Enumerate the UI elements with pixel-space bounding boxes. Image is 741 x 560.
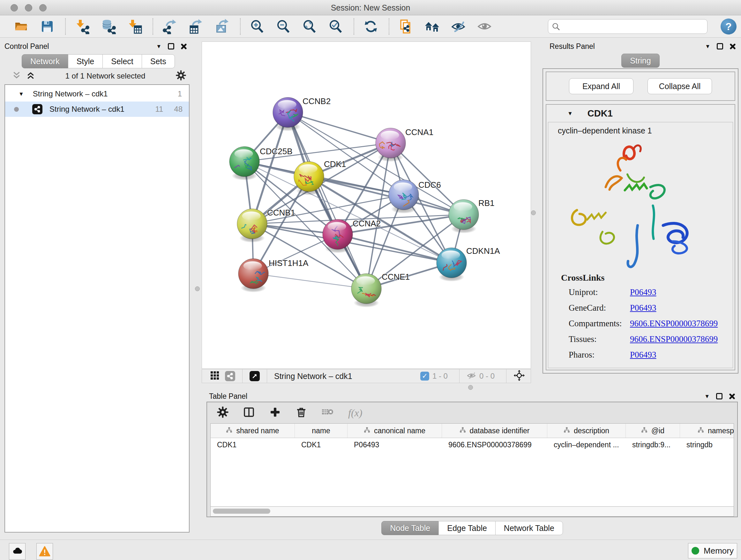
memory-button[interactable]: Memory (688, 543, 737, 558)
open-in-new-window-icon[interactable] (250, 371, 260, 381)
network-node-RB1[interactable] (449, 199, 479, 233)
tab-select[interactable]: Select (103, 54, 142, 68)
expand-all-button[interactable]: Expand All (569, 78, 633, 94)
network-node-CCNB2[interactable] (273, 98, 303, 131)
table-panel-title: Table Panel (209, 392, 247, 401)
bottom-splitter-handle[interactable] (468, 385, 473, 390)
network-row-label: String Network – cdk1 (50, 105, 125, 114)
table-cell[interactable]: stringdb:9... (626, 438, 680, 451)
table-row[interactable]: CDK1CDK1P064939606.ENSP00000378699cyclin… (211, 438, 734, 451)
export-network-icon[interactable] (161, 18, 178, 35)
crosslink-link[interactable]: P06493 (630, 303, 657, 313)
clone-network-icon[interactable] (398, 18, 414, 35)
panel-collapse-icon[interactable]: ▼ (704, 394, 710, 399)
tab-network[interactable]: Network (22, 54, 68, 68)
network-view-canvas[interactable]: CCNB2CCNA1CDC25BCDK1CDC6RB1CCNB1CCNA2CDK… (202, 42, 531, 369)
search-input[interactable] (548, 19, 708, 34)
column-header-namespace[interactable]: namespace (680, 424, 734, 438)
network-node-HIST1H1A[interactable] (239, 259, 268, 293)
pan-crosshair-icon[interactable] (514, 370, 525, 382)
right-splitter-handle[interactable] (531, 210, 536, 215)
network-node-CDC6[interactable] (389, 180, 419, 213)
table-cell[interactable]: CDK1 (211, 438, 295, 451)
string-network-graph[interactable]: CCNB2CCNA1CDC25BCDK1CDC6RB1CCNB1CCNA2CDK… (202, 42, 531, 368)
scrollbar-thumb[interactable] (213, 509, 270, 514)
zoom-in-icon[interactable] (249, 18, 266, 35)
tab-node-table[interactable]: Node Table (381, 521, 439, 535)
column-header-canonical-name[interactable]: canonical name (347, 424, 442, 438)
table-cell[interactable]: stringdb (680, 438, 734, 451)
add-column-icon[interactable] (269, 406, 281, 420)
import-database-icon[interactable] (100, 18, 117, 35)
tree-expand-icon[interactable]: ▼ (18, 91, 24, 97)
tab-string[interactable]: String (621, 54, 659, 68)
panel-close-icon[interactable] (729, 393, 735, 399)
network-node-CCNE1[interactable] (351, 273, 381, 307)
crosslink-link[interactable]: P06493 (630, 287, 657, 297)
expand-all-chevron-icon[interactable] (12, 71, 21, 81)
panel-close-icon[interactable] (181, 43, 187, 50)
panel-close-icon[interactable] (730, 43, 736, 50)
left-splitter-handle[interactable] (195, 287, 200, 291)
show-columns-icon[interactable] (243, 406, 255, 420)
warning-status-button[interactable] (37, 543, 53, 560)
crosslink-link[interactable]: 9606.ENSP00000378699 (630, 334, 718, 344)
zoom-selected-icon[interactable] (327, 18, 344, 35)
export-image-icon[interactable] (214, 18, 230, 35)
tab-sets[interactable]: Sets (142, 54, 175, 68)
network-share-icon[interactable] (225, 371, 235, 381)
open-session-icon[interactable] (13, 18, 29, 35)
import-table-icon[interactable] (126, 18, 143, 35)
network-node-CCNA1[interactable] (376, 128, 406, 162)
panel-float-icon[interactable] (168, 43, 174, 50)
crosslink-link[interactable]: 9606.ENSP00000378699 (630, 319, 718, 328)
column-header-id[interactable]: @id (626, 424, 680, 438)
import-network-icon[interactable] (74, 18, 91, 35)
table-cell[interactable]: 9606.ENSP00000378699 (442, 438, 547, 451)
section-collapse-icon[interactable]: ▼ (567, 111, 573, 116)
panel-collapse-icon[interactable]: ▼ (156, 44, 161, 49)
network-node-CCNB1[interactable] (235, 209, 267, 243)
tab-edge-table[interactable]: Edge Table (439, 521, 495, 535)
network-node-CDK1[interactable] (294, 162, 324, 195)
network-collection-row[interactable]: ▼ String Network – cdk1 1 (5, 86, 189, 102)
network-node-CDC25B[interactable] (229, 146, 259, 180)
column-header-shared-name[interactable]: shared name (211, 424, 295, 438)
table-cell[interactable]: P06493 (347, 438, 442, 451)
network-node-CDKN1A[interactable] (436, 248, 467, 282)
table-gear-icon[interactable] (217, 406, 229, 420)
string-home-icon[interactable] (424, 18, 441, 35)
network-node-CCNA2[interactable] (323, 219, 353, 253)
network-row-selected[interactable]: String Network – cdk1 11 48 (5, 102, 189, 117)
tab-network-table[interactable]: Network Table (495, 521, 563, 535)
panel-float-icon[interactable] (717, 43, 723, 50)
column-header-database-identifier[interactable]: database identifier (442, 424, 547, 438)
column-header-name[interactable]: name (295, 424, 347, 438)
collapse-all-button[interactable]: Collapse All (648, 78, 712, 94)
collapse-all-chevron-icon[interactable] (26, 71, 35, 81)
export-table-icon[interactable] (188, 18, 204, 35)
table-cell[interactable]: cyclin–dependent ... (547, 438, 626, 451)
refresh-icon[interactable] (362, 18, 379, 35)
selected-nodes-checkbox[interactable]: ✓ (420, 372, 429, 381)
help-button[interactable]: ? (721, 18, 737, 35)
column-header-description[interactable]: description (547, 424, 626, 438)
grid-view-icon[interactable] (210, 371, 219, 381)
birds-eye-view-icon[interactable] (476, 18, 493, 35)
table-horizontal-scrollbar[interactable] (210, 507, 734, 516)
cloud-status-button[interactable] (9, 543, 25, 560)
delete-column-trash-icon[interactable] (295, 406, 307, 420)
panel-collapse-icon[interactable]: ▼ (705, 44, 711, 49)
zoom-fit-icon[interactable] (301, 18, 318, 35)
hide-graphics-eye-slash-icon[interactable] (450, 18, 467, 35)
cloud-icon (12, 546, 23, 557)
zoom-out-icon[interactable] (275, 18, 292, 35)
gene-section-header[interactable]: ▼ CDK1 (546, 105, 735, 122)
panel-float-icon[interactable] (716, 393, 723, 399)
table-cell[interactable]: CDK1 (295, 438, 347, 451)
gear-icon[interactable] (176, 70, 186, 82)
toolbar-separator (240, 18, 241, 35)
crosslink-link[interactable]: P06493 (630, 350, 657, 360)
tab-style[interactable]: Style (68, 54, 103, 68)
save-session-icon[interactable] (39, 18, 56, 35)
